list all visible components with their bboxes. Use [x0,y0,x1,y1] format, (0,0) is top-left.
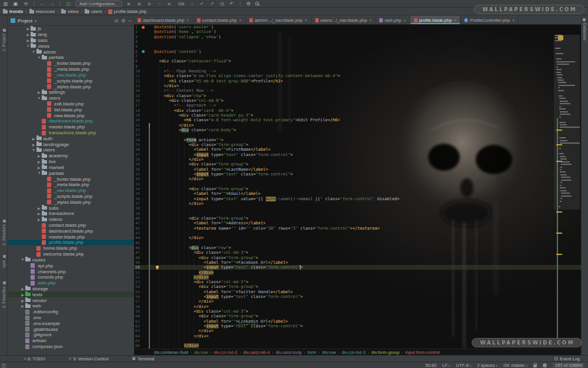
code-line-54[interactable]: 54 <div class="form-group"> [134,284,581,289]
code-line-2[interactable]: 2@section('home','active') [134,29,581,34]
close-icon[interactable]: × [404,18,406,22]
code-line-24[interactable]: 24 <form action=""> [134,138,581,142]
code-line-40[interactable]: 40 <div class="form-group"> [134,216,581,221]
code-line-13[interactable]: 13 </div> [134,84,581,88]
tool-window-button-9: Version Control[interactable]: Y9: Version Control [69,356,108,362]
tree-item-lang[interactable]: ▶lang [8,32,134,38]
tree-item-videos[interactable]: ▶videos [8,217,134,223]
code-line-8[interactable]: 8 <div class="container-fluid"> [134,59,581,64]
code-line-48[interactable]: 48 <div class="form-group"> [134,256,581,260]
code-line-1[interactable]: 1@extends('users.master') [134,25,581,29]
code-line-51[interactable]: 51 </div> [134,270,581,275]
code-line-53[interactable]: 53 <div class="col-md-3"> [134,280,581,284]
tool-button-database[interactable]: Database [583,18,587,41]
tree-item-tests[interactable]: ▶tests [8,291,134,297]
expand-arrow-icon[interactable]: ▶ [36,165,42,170]
code-line-11[interactable]: 11 <div class="d-sm-flex align-items-cen… [134,74,581,78]
close-icon[interactable]: × [369,18,372,22]
file-encoding[interactable]: UTF-8 [456,363,472,368]
tree-item-.env[interactable]: .env [8,315,134,321]
warning-stripe-mark[interactable] [556,233,562,234]
breadcrumb-div.card.mb-4[interactable]: div.card.mb-4 [243,350,270,355]
git-update-icon[interactable]: ↓ [189,1,195,6]
tree-item-list.blade.php[interactable]: list.blade.php [8,107,134,112]
memory-indicator[interactable]: 157 of 1068M [553,363,584,368]
collapse-arrow-icon[interactable]: ▼ [25,44,31,48]
warning-stripe-mark[interactable] [556,130,562,131]
git-commit-icon[interactable]: ✔ [199,1,205,6]
code-line-63[interactable]: 63 </div> [134,329,581,333]
code-line-59[interactable]: 59 <div class="col-md-3"> [134,309,581,314]
tool-window-button-6: TODO[interactable]: ≡6: TODO [24,356,45,362]
forward-icon[interactable]: → [49,1,55,6]
add-configuration-button[interactable]: Add Configuration... [75,1,122,7]
code-line-37[interactable]: 37 </div> [134,201,581,206]
expand-arrow-icon[interactable]: ▶ [20,304,25,308]
tool-button-favorites[interactable]: 2: Favorites [2,281,6,308]
tree-item-dashboard.blade.php[interactable]: dashboard.blade.php [8,228,134,234]
breadcrumb-div.row[interactable]: div.row [194,350,208,355]
code-line-61[interactable]: 61 <label for="">Linkedin Url</label> [134,319,581,324]
code-line-3[interactable]: 3@section('collapse','show') [134,35,581,39]
tree-item-vendor[interactable]: ▶vendor [8,297,134,303]
breadcrumb-input.form-control[interactable]: input.form-control [405,350,439,355]
code-line-21[interactable]: 21 </div> [134,123,581,128]
code-line-9[interactable]: 9 [134,64,581,69]
code-line-26[interactable]: 26 <label for="">FirstName</label> [134,147,581,152]
code-line-50[interactable]: 50 <input type="text" class="form-contro… [134,265,581,270]
expand-arrow-icon[interactable]: ▶ [20,299,25,303]
code-line-25[interactable]: 25 <div class="form-group"> [134,142,581,147]
breadcrumb-div.col-md-6[interactable]: div.col-md-6 [213,350,237,355]
tree-item-landingpage[interactable]: ▶landingpage [8,141,134,147]
tool-window-button-Terminal[interactable]: ▣Terminal [132,356,154,362]
code-line-10[interactable]: 10 <!-- Page Heading --> [134,69,581,74]
event-log-button[interactable]: Event Log [554,356,580,362]
tree-item-dashboard.blade.php[interactable]: dashboard.blade.php [8,118,134,124]
profiler-icon[interactable]: ◔ [156,1,162,6]
collapse-arrow-icon[interactable]: ▼ [36,171,42,175]
indent-setting[interactable]: 2 spaces [477,363,497,368]
close-icon[interactable]: × [512,18,514,22]
tree-item-home.blade.php[interactable]: home.blade.php [8,246,134,251]
tab-ProfileController.php[interactable]: CProfileController.php× [460,16,519,24]
tree-item-live[interactable]: ▶live [8,159,134,165]
close-icon[interactable]: × [454,18,456,22]
tree-item-profile.blade.php[interactable]: profile.blade.php [8,240,134,246]
chevron-down-icon[interactable]: ▾ [35,19,36,23]
expand-arrow-icon[interactable]: ▶ [36,154,42,158]
tree-item-artisan[interactable]: artisan [8,338,134,344]
tab-dashboard.blade.php[interactable]: dashboard.blade.php× [134,16,193,24]
code-line-19[interactable]: 19 <div class="card-header py-3"> [134,113,581,118]
code-line-20[interactable]: 20 <h6 class="m-0 font-weight-bold text-… [134,118,581,122]
collapse-all-icon[interactable]: ⊟ [114,18,118,24]
tree-item-academy[interactable]: ▶academy [8,153,134,159]
expand-arrow-icon[interactable]: ▶ [31,142,36,147]
git-push-icon[interactable]: ↗ [209,1,215,6]
code-line-47[interactable]: 47 <div class="col-md-3"> [134,250,581,255]
code-line-31[interactable]: 31 <input type="text" class="form-contro… [134,172,581,177]
settings-wrench-icon[interactable]: ⚙ [245,1,252,6]
collapse-arrow-icon[interactable]: ▼ [31,148,36,152]
tree-item-users[interactable]: ▼users [8,95,134,101]
debug-icon[interactable]: ◉ [136,1,142,6]
expand-arrow-icon[interactable]: ▶ [36,217,42,221]
expand-arrow-icon[interactable]: ▶ [25,38,31,42]
save-all-icon[interactable]: ▣ [12,1,19,6]
code-line-38[interactable]: 38 [134,206,581,211]
sync-icon[interactable]: ⟲ [22,1,29,6]
code-line-22[interactable]: 22 <div class="card-body"> [134,128,581,132]
tree-item-new.blade.php[interactable]: new.blade.php [8,112,134,118]
search-icon[interactable] [255,2,259,5]
code-line-42[interactable]: 42 <textarea name="" id="" cols="30" row… [134,226,581,231]
code-line-6[interactable]: 6@section('content') [134,49,581,54]
expand-arrow-icon[interactable]: ▶ [20,293,25,297]
hide-panel-icon[interactable]: ─ [128,18,132,24]
tree-item-.gitignore[interactable]: .gitignore [8,332,134,338]
collapse-arrow-icon[interactable]: ▼ [36,56,42,59]
run-icon[interactable]: ▶ [126,1,132,6]
line-separator[interactable]: LF [442,363,450,368]
tree-item-js[interactable]: ▶js [8,26,134,32]
tree-item-console.php[interactable]: console.php [8,274,134,280]
expand-arrow-icon[interactable]: ▶ [36,90,42,94]
collapse-arrow-icon[interactable]: ▼ [36,97,42,100]
